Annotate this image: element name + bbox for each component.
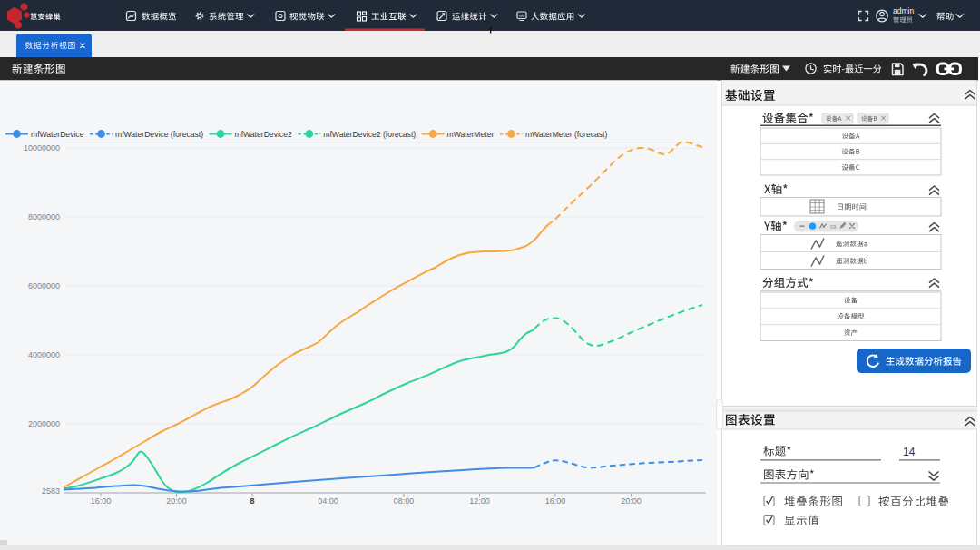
svg-text:04:00: 04:00	[318, 496, 338, 506]
svg-text:4000000: 4000000	[28, 350, 60, 359]
svg-text:mfWaterDevice (forecast): mfWaterDevice (forecast)	[115, 130, 203, 139]
svg-text:admin: admin	[893, 6, 914, 15]
svg-text:mfWaterDevice: mfWaterDevice	[31, 130, 84, 139]
svg-text:10000000: 10000000	[24, 143, 60, 152]
svg-text:mWaterMeter: mWaterMeter	[447, 130, 495, 139]
svg-text:mfWaterDevice2 (forecast): mfWaterDevice2 (forecast)	[323, 130, 416, 139]
svg-text:mfWaterDevice2: mfWaterDevice2	[235, 130, 292, 139]
svg-text:xa: xa	[830, 223, 837, 230]
svg-text:8000000: 8000000	[28, 212, 60, 221]
svg-text:12:00: 12:00	[469, 496, 490, 506]
svg-text:mWaterMeter (forecast): mWaterMeter (forecast)	[525, 130, 608, 139]
svg-text:20:00: 20:00	[621, 496, 642, 506]
svg-text:14: 14	[903, 446, 916, 458]
svg-text:20:00: 20:00	[166, 496, 187, 506]
svg-text:16:00: 16:00	[91, 496, 112, 506]
svg-text:6000000: 6000000	[28, 281, 60, 290]
svg-text:08:00: 08:00	[394, 496, 415, 506]
svg-text:2583: 2583	[42, 486, 60, 496]
svg-text:16:00: 16:00	[545, 496, 566, 506]
svg-text:8: 8	[250, 496, 254, 506]
svg-text:2000000: 2000000	[28, 419, 60, 428]
